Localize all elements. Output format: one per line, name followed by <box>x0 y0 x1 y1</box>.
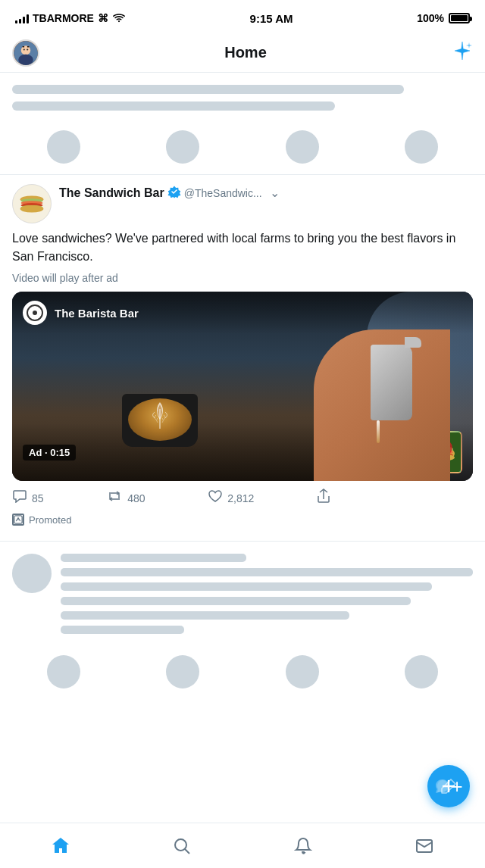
svg-point-2 <box>18 54 33 64</box>
tweet-header: The Sandwich Bar @TheSandwic... ⌄ <box>12 184 473 223</box>
nav-notifications[interactable] <box>282 825 324 867</box>
promoted-icon <box>12 514 24 526</box>
svg-rect-5 <box>23 46 25 47</box>
loading-placeholder-circles-2 <box>0 652 485 764</box>
bottom-navigation <box>0 823 485 868</box>
video-player[interactable]: The Barista Bar Ad · 0:15 3 <box>12 292 473 481</box>
user-avatar[interactable] <box>12 39 39 67</box>
compose-fab[interactable]: + <box>427 765 470 807</box>
placeholder-line-1 <box>12 85 404 94</box>
battery-icon <box>449 13 470 23</box>
tweet-username: The Sandwich Bar <box>59 186 164 200</box>
nav-messages[interactable] <box>403 825 446 867</box>
placeholder-text-block <box>61 554 473 634</box>
ph-text-line-4 <box>61 611 349 620</box>
pour-stream <box>377 420 380 443</box>
tweet-dropdown-icon[interactable]: ⌄ <box>265 184 284 201</box>
video-channel-info: The Barista Bar <box>12 292 473 334</box>
like-action[interactable]: 2,812 <box>208 489 254 507</box>
sparkle-icon[interactable] <box>452 40 473 66</box>
status-left: TBARMORE ⌘ <box>15 12 126 24</box>
like-icon <box>208 489 223 507</box>
signal-icon <box>15 13 29 23</box>
ph-text-line-5 <box>61 626 184 634</box>
coffee-cup-container <box>118 394 202 458</box>
tweet-user-info: The Sandwich Bar @TheSandwic... ⌄ <box>59 184 473 201</box>
placeholder-circle-2 <box>166 130 199 164</box>
tweet-post: The Sandwich Bar @TheSandwic... ⌄ Love s… <box>0 175 485 542</box>
svg-point-13 <box>20 205 44 213</box>
wifi-icon: ⌘ <box>98 12 108 24</box>
placeholder-line-2 <box>12 101 335 111</box>
header: Home <box>0 33 485 73</box>
retweet-count: 480 <box>127 492 145 504</box>
tweet-handle: @TheSandwic... <box>184 187 262 199</box>
status-bar: TBARMORE ⌘ 9:15 AM 100% <box>0 0 485 33</box>
mail-icon <box>415 837 433 855</box>
reply-count: 85 <box>32 492 44 504</box>
search-icon <box>173 837 191 855</box>
cup-body <box>122 394 198 447</box>
placeholder-circle-4 <box>405 130 438 164</box>
like-count: 2,812 <box>227 492 254 504</box>
loading-placeholder-lines <box>0 73 485 127</box>
reply-action[interactable]: 85 <box>12 489 44 507</box>
reply-icon <box>12 489 27 507</box>
placeholder-circle-1 <box>47 130 80 164</box>
pitcher-spout <box>405 337 421 348</box>
svg-point-3 <box>23 48 25 50</box>
loading-placeholder-2 <box>0 542 485 646</box>
home-icon <box>51 836 70 856</box>
ad-label-badge: Ad · 0:15 <box>23 445 76 461</box>
svg-rect-6 <box>27 46 30 47</box>
loading-placeholder-circles <box>0 127 485 167</box>
channel-icon <box>23 301 47 325</box>
svg-point-4 <box>27 48 28 50</box>
nav-home[interactable] <box>39 825 82 867</box>
tweet-avatar[interactable] <box>12 184 52 223</box>
svg-line-24 <box>185 849 189 854</box>
promoted-text: Promoted <box>29 514 71 526</box>
share-icon <box>317 489 330 507</box>
carrier-text: TBARMORE <box>33 12 94 24</box>
svg-point-23 <box>175 839 186 851</box>
status-right: 100% <box>417 12 470 24</box>
placeholder-circle-8 <box>405 655 438 688</box>
ph-name-line <box>61 554 246 562</box>
latte-art <box>128 398 192 441</box>
channel-name-text: The Barista Bar <box>55 307 139 320</box>
placeholder-circle-3 <box>286 130 319 164</box>
fab-plus-icon: + <box>451 775 462 798</box>
ph-text-line-3 <box>61 597 411 605</box>
share-action[interactable] <box>317 489 330 507</box>
battery-percent: 100% <box>417 12 444 24</box>
ph-text-line-1 <box>61 568 473 576</box>
cup-latte-surface <box>128 398 192 441</box>
retweet-icon <box>106 489 123 507</box>
placeholder-circle-7 <box>286 655 319 688</box>
tweet-name-row: The Sandwich Bar @TheSandwic... ⌄ <box>59 184 473 201</box>
retweet-action[interactable]: 480 <box>106 489 145 507</box>
promoted-row: Promoted <box>12 510 473 532</box>
placeholder-avatar <box>12 554 52 593</box>
pitcher <box>371 345 412 420</box>
wifi-icon-svg <box>112 13 126 23</box>
ph-text-line-2 <box>61 582 432 591</box>
status-time: 9:15 AM <box>250 12 293 25</box>
nav-search[interactable] <box>161 825 203 867</box>
verified-badge-icon <box>167 185 181 201</box>
header-title: Home <box>224 44 267 61</box>
bell-icon <box>294 837 312 855</box>
placeholder-circle-5 <box>47 655 80 688</box>
tweet-body-text: Love sandwiches? We've partnered with lo… <box>12 229 473 266</box>
placeholder-circle-6 <box>166 655 199 688</box>
tweet-actions: 85 480 2,812 <box>12 481 330 510</box>
tweet-video-note: Video will play after ad <box>12 272 473 284</box>
